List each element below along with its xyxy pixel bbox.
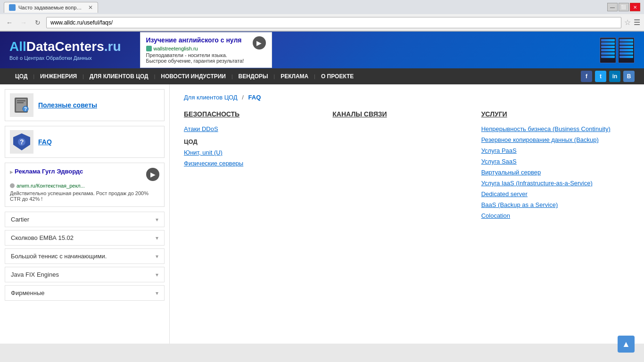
faq-link-paas[interactable]: Услуга PaaS	[481, 147, 620, 154]
faq-column-channels: КАНАЛЫ СВЯЗИ	[332, 110, 481, 223]
twitter-button[interactable]: t	[595, 71, 606, 82]
back-button[interactable]: ←	[4, 17, 15, 28]
faq-card: ? FAQ	[5, 126, 165, 158]
header-servers	[550, 36, 635, 64]
page-content: ? Полезные советы ? FAQ	[0, 84, 644, 344]
list-item-text: Фирменные	[11, 289, 44, 296]
nav-item-ads[interactable]: РЕКЛАМА	[275, 68, 314, 84]
faq-link-business-continuity[interactable]: Непрерывность бизнеса (Business Continui…	[481, 125, 620, 132]
browser-titlebar: Часто задаваемые вопро... ✕ — ⬜ ✕	[0, 0, 644, 14]
faq-link-servers[interactable]: Физические серверы	[184, 160, 323, 167]
blogger-button[interactable]: B	[623, 71, 635, 82]
tab-favicon	[9, 4, 16, 11]
faq-link-backup[interactable]: Резервное копирование данных (Backup)	[481, 136, 620, 143]
sidebar-ad-title[interactable]: Реклама Гугл Эдвордс	[15, 168, 83, 175]
header-ad-arrow[interactable]: ▶	[253, 36, 266, 49]
faq-link-iaas[interactable]: Услуга IaaS (Infrastructure-as-a-Service…	[481, 180, 620, 187]
menu-button[interactable]: ☰	[634, 18, 640, 27]
logo-ru: .ru	[104, 39, 121, 54]
linkedin-button[interactable]: in	[609, 71, 620, 82]
svg-text:?: ?	[20, 138, 24, 146]
server-rack-2	[618, 37, 635, 63]
main-content: Для клиентов ЦОД / FAQ БЕЗОПАСНОСТЬ Атак…	[170, 84, 644, 344]
nav-item-news[interactable]: НОВОСТИ ИНДУСТРИИ	[155, 68, 231, 84]
maximize-button[interactable]: ⬜	[619, 3, 629, 11]
scroll-to-top-button[interactable]: ▲	[618, 336, 635, 344]
faq-link-dedicated-server[interactable]: Dedicated server	[481, 190, 620, 197]
window-controls: — ⬜ ✕	[607, 3, 640, 11]
faq-header-security[interactable]: БЕЗОПАСНОСТЬ	[184, 110, 323, 118]
list-item-skolkovo[interactable]: Сколково ЕМВА 15.02 ▾	[5, 230, 165, 246]
svg-rect-2	[17, 100, 25, 101]
list-item-text: Cartier	[11, 216, 29, 223]
chevron-down-icon: ▾	[156, 253, 158, 260]
faq-link-saas[interactable]: Услуга SaaS	[481, 158, 620, 165]
list-item-cartier[interactable]: Cartier ▾	[5, 212, 165, 227]
logo-subtitle: Всё о Центрах Обработки Данных	[9, 55, 121, 61]
faq-link-virtual-server[interactable]: Виртуальный сервер	[481, 169, 620, 176]
close-button[interactable]: ✕	[630, 3, 640, 11]
chevron-down-icon: ▾	[156, 216, 158, 223]
address-bar[interactable]	[46, 17, 621, 28]
chevron-down-icon: ▾	[156, 290, 158, 296]
nav-item-vendors[interactable]: ВЕНДОРЫ	[233, 68, 274, 84]
faq-shield-icon: ?	[12, 132, 31, 151]
nav-item-engineering[interactable]: ИНЖЕНЕРИЯ	[34, 68, 83, 84]
site-logo[interactable]: AllDataCenters.ru	[9, 39, 121, 54]
breadcrumb-separator: /	[242, 94, 245, 101]
minimize-button[interactable]: —	[607, 3, 618, 11]
header-ad-description: Преподаватели - носители языка. Быстрое …	[146, 52, 244, 64]
page-wrapper: AllDataCenters.ru Всё о Центрах Обработк…	[0, 32, 644, 344]
bookmark-button[interactable]: ☆	[624, 18, 631, 27]
faq-icon: ?	[10, 130, 33, 154]
svg-rect-3	[17, 102, 24, 103]
useful-tips-card: ? Полезные советы	[5, 89, 165, 121]
header-ad: Изучение английского с нуля wallstreeten…	[140, 32, 272, 68]
sidebar-ad: ▶ Реклама Гугл Эдвордс ▶ arwm.ru/Контекс…	[5, 163, 165, 207]
book-icon: ?	[12, 96, 31, 115]
breadcrumb-current: FAQ	[248, 94, 261, 101]
sidebar-ad-description: Действительно успешная реклама. Рост про…	[10, 190, 159, 202]
sidebar-ad-header: ▶ Реклама Гугл Эдвордс ▶	[10, 168, 159, 181]
browser-tab[interactable]: Часто задаваемые вопро... ✕	[4, 2, 98, 13]
main-nav: ЦОД | ИНЖЕНЕРИЯ | ДЛЯ КЛИЕНТОВ ЦОД | НОВ…	[0, 68, 644, 84]
logo-all: All	[9, 39, 26, 54]
faq-link-baas[interactable]: BaaS (Backup as a Service)	[481, 201, 620, 208]
useful-tips-link[interactable]: Полезные советы	[38, 101, 97, 109]
faq-header-channels[interactable]: КАНАЛЫ СВЯЗИ	[332, 110, 471, 118]
faq-link-unit[interactable]: Юнит, unit (U)	[184, 149, 323, 156]
faq-section-cod: ЦОД	[184, 138, 323, 145]
list-item-text: Сколково ЕМВА 15.02	[11, 234, 74, 241]
nav-item-clients[interactable]: ДЛЯ КЛИЕНТОВ ЦОД	[84, 68, 154, 84]
list-item-text: Большой теннис с начинающими.	[11, 253, 107, 260]
nav-item-about[interactable]: О ПРОЕКТЕ	[315, 68, 359, 84]
breadcrumb: Для клиентов ЦОД / FAQ	[184, 94, 630, 101]
header-ad-title[interactable]: Изучение английского с нуля	[146, 36, 244, 44]
logo-data: Data	[26, 39, 55, 54]
facebook-button[interactable]: f	[581, 71, 592, 82]
logo-block: AllDataCenters.ru Всё о Центрах Обработк…	[9, 39, 121, 61]
tab-close-icon[interactable]: ✕	[88, 4, 93, 11]
list-item-text: Java FIX Engines	[11, 271, 59, 278]
list-item-brand[interactable]: Фирменные ▾	[5, 285, 165, 301]
breadcrumb-parent[interactable]: Для клиентов ЦОД	[184, 94, 238, 101]
logo-centers: Centers	[55, 39, 104, 54]
faq-link-colocation[interactable]: Colocation	[481, 212, 620, 219]
reload-button[interactable]: ↻	[32, 17, 43, 28]
faq-link-ddos[interactable]: Атаки DDoS	[184, 125, 323, 132]
list-item-tennis[interactable]: Большой теннис с начинающими. ▾	[5, 248, 165, 264]
tab-title: Часто задаваемые вопро...	[18, 5, 83, 10]
chevron-down-icon: ▾	[156, 235, 158, 241]
sidebar: ? Полезные советы ? FAQ	[0, 84, 170, 344]
useful-tips-icon: ?	[10, 93, 33, 117]
forward-button[interactable]: →	[18, 17, 29, 28]
faq-header-services[interactable]: УСЛУГИ	[481, 110, 620, 118]
list-item-java[interactable]: Java FIX Engines ▾	[5, 267, 165, 282]
sidebar-ad-arrow[interactable]: ▶	[146, 168, 159, 181]
sidebar-ad-url: arwm.ru/Контекстная_рекл...	[10, 183, 159, 189]
site-header: AllDataCenters.ru Всё о Центрах Обработк…	[0, 32, 644, 68]
faq-link[interactable]: FAQ	[38, 138, 52, 146]
nav-item-cod[interactable]: ЦОД	[9, 68, 33, 84]
nav-social: f t in B	[581, 71, 635, 82]
server-image	[550, 36, 635, 64]
